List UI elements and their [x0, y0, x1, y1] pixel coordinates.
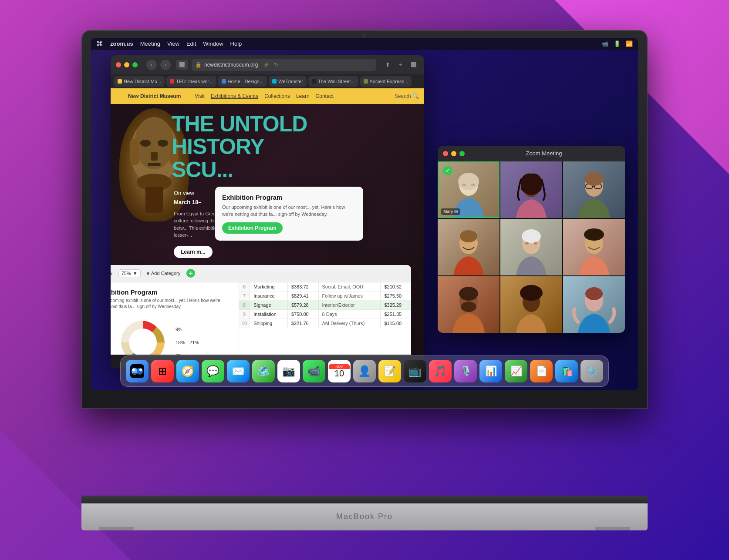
museum-nav-bar: New District Museum Visit Exhibitions & …	[111, 88, 424, 104]
tab-favicon-wetransfer	[272, 79, 277, 84]
minimize-button[interactable]	[124, 62, 129, 67]
dock-pages[interactable]: 📄	[530, 360, 553, 382]
row-label-8: Signage	[250, 300, 288, 309]
p2-bg	[500, 161, 562, 218]
dock-appletv[interactable]: 📺	[404, 360, 426, 382]
row-value-6: $210.52	[381, 282, 411, 292]
tab-wetransfer[interactable]: WeTransfer	[269, 76, 307, 87]
share-button[interactable]: ⬆	[382, 60, 393, 70]
menubar-help[interactable]: Help	[230, 40, 242, 47]
museum-learn-btn[interactable]: Learn m...	[174, 248, 213, 255]
dock-launchpad[interactable]: ⊞	[151, 360, 174, 382]
menubar-view[interactable]: View	[167, 40, 179, 47]
museum-nav-links: Visit Exhibitions & Events Collections L…	[195, 93, 334, 99]
row-num-7: 7	[239, 291, 250, 300]
svg-point-39	[520, 285, 543, 301]
row-detail-7: Follow up w/James	[318, 291, 381, 300]
add-row-button[interactable]: +	[186, 269, 195, 278]
zoom-maximize-button[interactable]	[459, 151, 465, 156]
tab-design[interactable]: Home - Design...	[218, 76, 267, 87]
numbers-toolbar: ⊞View 75% ▼ ≡Add Category +	[111, 265, 411, 282]
zoom-close-button[interactable]	[443, 151, 448, 156]
table-row-6: 6 Marketing $383.72 Social, Email, OOH $…	[239, 282, 411, 292]
menubar: ⌘ zoom.us Meeting View Edit Window Help …	[91, 38, 638, 50]
row-detail-6: Social, Email, OOH	[318, 282, 381, 292]
dock-safari[interactable]: 🧭	[176, 360, 199, 382]
svg-rect-9	[145, 187, 163, 213]
menubar-app-name[interactable]: zoom.us	[110, 40, 133, 47]
svg-point-36	[459, 287, 478, 301]
tab-new-district[interactable]: New District Mu...	[114, 76, 165, 87]
reload-icon[interactable]: ↻	[274, 62, 278, 68]
nav-learn[interactable]: Learn	[296, 93, 310, 99]
forward-button[interactable]: ›	[160, 60, 171, 70]
tab-label-wsj: The Wall Street...	[318, 79, 355, 84]
zoom-button[interactable]: 75% ▼	[118, 269, 141, 277]
tab-ancient[interactable]: Ancient Express...	[360, 76, 412, 87]
traffic-lights	[116, 62, 138, 67]
dock-numbers[interactable]: 📈	[505, 360, 527, 382]
exhibition-program-btn[interactable]: Exhibition Program	[222, 222, 283, 234]
view-button[interactable]: ⊞View	[111, 271, 112, 276]
tab-ted[interactable]: TED: Ideas wor...	[166, 76, 216, 87]
table-row-9: 9 Installation $750.00 8 Days $251.35	[239, 309, 411, 319]
dock-systemprefs[interactable]: ⚙️	[580, 360, 603, 382]
new-tab-button[interactable]: +	[395, 60, 406, 70]
dock-mail[interactable]: ✉️	[227, 360, 250, 382]
translate-icon[interactable]: ⚡	[263, 62, 270, 68]
nav-visit[interactable]: Visit	[195, 93, 204, 99]
dock-podcasts[interactable]: 🎙️	[454, 360, 477, 382]
nav-contact[interactable]: Contact	[316, 93, 334, 99]
nav-exhibitions[interactable]: Exhibitions & Events	[211, 93, 258, 99]
row-label-9: Installation	[250, 309, 288, 319]
maximize-button[interactable]	[132, 62, 138, 67]
macbook: ⌘ zoom.us Meeting View Edit Window Help …	[81, 30, 648, 530]
numbers-chart-panel: Exhibition Program Our upcoming exhibit …	[111, 282, 239, 355]
back-button[interactable]: ‹	[146, 60, 157, 70]
dock-maps[interactable]: 🗺️	[252, 360, 275, 382]
close-button[interactable]	[116, 62, 121, 67]
tab-wsj[interactable]: The Wall Street...	[308, 76, 358, 87]
museum-title: THE UNTOLD HISTORY SCU...	[172, 113, 307, 181]
dock-music[interactable]: 🎵	[429, 360, 452, 382]
tab-favicon-ted	[170, 79, 174, 84]
dock-facetime[interactable]: 📹	[303, 360, 325, 382]
row-amount-9: $750.00	[287, 309, 318, 319]
sidebar-button[interactable]: ⬜	[176, 60, 188, 70]
p9-figure	[566, 285, 622, 333]
zoom-minimize-button[interactable]	[451, 151, 456, 156]
svg-point-19	[462, 184, 466, 186]
row-value-8: $325.29	[381, 300, 411, 309]
p8-figure	[503, 285, 560, 333]
exhibition-popup-desc: Our upcoming exhibit is one of our most.…	[222, 204, 356, 218]
apple-menu[interactable]: ⌘	[96, 40, 103, 48]
dock-appstore[interactable]: 🛍️	[555, 360, 578, 382]
dock-calendar[interactable]: NOV 10	[328, 360, 351, 382]
learn-more-label: Learn m...	[174, 246, 213, 258]
menubar-wifi-icon: 📶	[626, 40, 633, 47]
address-bar[interactable]: 🔒 newdistrictmuseum.org ⚡ ↻	[192, 59, 376, 71]
museum-site-name[interactable]: New District Museum	[128, 93, 181, 99]
p5-figure	[503, 228, 560, 275]
row-num-6: 6	[239, 282, 250, 292]
pct-18: 18%	[176, 340, 185, 345]
svg-point-2	[140, 140, 151, 147]
row-label-6: Marketing	[250, 282, 288, 292]
dock-notes[interactable]: 📝	[378, 360, 401, 382]
nav-collections[interactable]: Collections	[264, 93, 290, 99]
donut-chart-svg	[115, 314, 171, 355]
menubar-meeting[interactable]: Meeting	[140, 40, 160, 47]
dock-contacts[interactable]: 👤	[353, 360, 376, 382]
dock-finder[interactable]	[126, 360, 148, 382]
museum-search[interactable]: Search 🔍	[395, 93, 419, 99]
dock-messages[interactable]: 💬	[202, 360, 224, 382]
dock-keynote[interactable]: 📊	[479, 360, 502, 382]
p4-bg	[438, 219, 500, 275]
dock-photos[interactable]: 📷	[277, 360, 300, 382]
menubar-window[interactable]: Window	[203, 40, 223, 47]
add-category-button[interactable]: ≡Add Category	[147, 271, 181, 276]
pct-9b: 9%	[176, 327, 185, 332]
tab-label-new-district: New District Mu...	[124, 79, 161, 84]
tabs-button[interactable]: ⬜	[408, 60, 419, 70]
menubar-edit[interactable]: Edit	[186, 40, 196, 47]
